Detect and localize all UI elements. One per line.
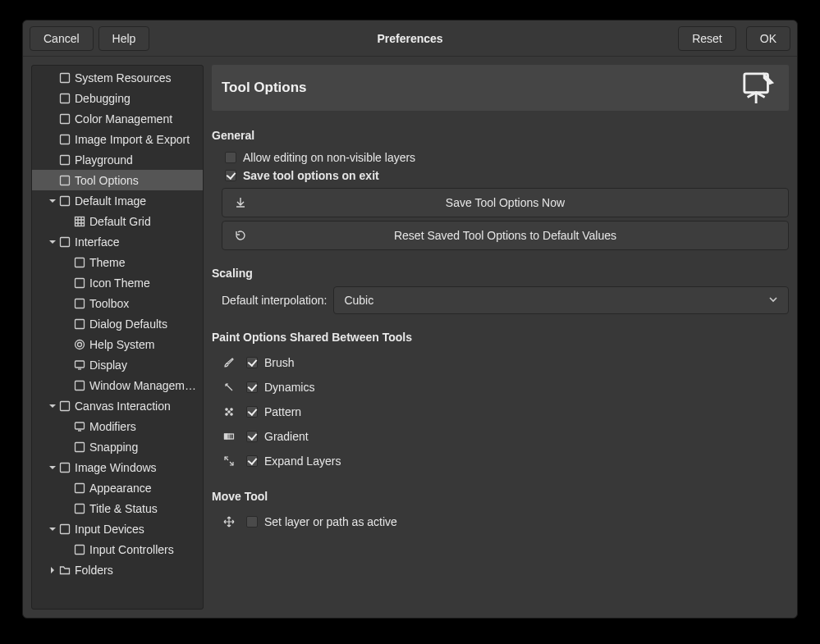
save-on-exit-checkbox[interactable]: Save tool options on exit (212, 167, 789, 185)
cancel-button[interactable]: Cancel (30, 26, 94, 51)
tree-item-label: Snapping (89, 441, 138, 454)
spacer (62, 298, 73, 309)
spacer (62, 380, 73, 391)
tree-item-image-windows[interactable]: Image Windows (32, 457, 203, 477)
preferences-tree[interactable]: System ResourcesDebuggingColor Managemen… (31, 65, 204, 610)
paint-option-gradient: Gradient (212, 424, 789, 449)
tree-item-help-system[interactable]: Help System (32, 334, 203, 354)
tree-item-label: Color Management (75, 112, 172, 126)
tree-item-title-status[interactable]: Title & Status (32, 498, 203, 518)
section-title-move: Move Tool (212, 490, 789, 503)
snap-icon (73, 441, 86, 454)
tree-item-snapping[interactable]: Snapping (32, 436, 203, 457)
tree-item-label: Icon Theme (89, 276, 150, 290)
tree-item-tool-options[interactable]: Tool Options (32, 170, 203, 190)
paint-option-checkbox-gradient[interactable]: Gradient (246, 427, 309, 445)
save-tool-options-now-button[interactable]: Save Tool Options Now (222, 188, 789, 217)
collapse-icon[interactable] (47, 195, 58, 207)
paint-option-label: Expand Layers (264, 454, 341, 468)
tree-item-color-management[interactable]: Color Management (32, 108, 203, 129)
tree-item-input-controllers[interactable]: Input Controllers (32, 539, 203, 560)
spacer (47, 113, 58, 125)
tree-item-label: Display (89, 359, 127, 372)
tree-item-image-import-export[interactable]: Image Import & Export (32, 129, 203, 149)
collapse-icon[interactable] (47, 462, 58, 473)
tree-item-label: Image Import & Export (75, 133, 190, 146)
tree-item-playground[interactable]: Playground (32, 149, 203, 170)
allow-editing-checkbox[interactable]: Allow editing on non-visible layers (212, 148, 789, 167)
paint-option-checkbox-brush[interactable]: Brush (246, 354, 295, 372)
monitor-icon (73, 359, 86, 372)
paint-option-checkbox-dynamics[interactable]: Dynamics (246, 378, 314, 396)
collapse-icon[interactable] (47, 236, 58, 248)
section-scaling: Scaling Default interpolation: Cubic (212, 262, 789, 314)
tree-item-appearance[interactable]: Appearance (32, 477, 203, 498)
import-icon (58, 133, 71, 146)
tree-item-label: Theme (89, 256, 126, 269)
interpolation-combo[interactable]: Cubic (333, 286, 789, 314)
titlebar: Cancel Help Preferences Reset OK (23, 21, 797, 57)
section-general: General Allow editing on non-visible lay… (212, 124, 789, 250)
tree-item-system-resources[interactable]: System Resources (32, 67, 203, 88)
tree-item-theme[interactable]: Theme (32, 252, 203, 272)
expand-icon[interactable] (47, 564, 58, 576)
ui-icon (58, 235, 71, 249)
tree-item-default-image[interactable]: Default Image (32, 190, 203, 211)
set-active-label: Set layer or path as active (264, 515, 397, 528)
spacer (62, 318, 73, 330)
gradient-icon (222, 429, 236, 444)
paint-option-checkbox-expand-layers[interactable]: Expand Layers (246, 452, 341, 470)
tree-item-display[interactable]: Display (32, 354, 203, 375)
flask-icon (58, 153, 71, 167)
reset-defaults-label: Reset Saved Tool Options to Default Valu… (222, 229, 788, 242)
image-icon (58, 194, 71, 208)
tree-item-debugging[interactable]: Debugging (32, 88, 203, 108)
section-paint-options: Paint Options Shared Between Tools Brush… (212, 326, 789, 473)
reset-tool-options-button[interactable]: Reset Saved Tool Options to Default Valu… (222, 221, 789, 250)
tree-item-canvas-interaction[interactable]: Canvas Interaction (32, 395, 203, 416)
dialog-icon (73, 317, 86, 331)
tree-item-label: Image Windows (75, 461, 157, 474)
collapse-icon[interactable] (47, 523, 58, 535)
title-icon (73, 502, 86, 515)
interpolation-value: Cubic (344, 294, 373, 307)
help-icon (73, 338, 86, 351)
windows-icon (73, 379, 86, 392)
controller-icon (73, 543, 86, 556)
set-active-checkbox[interactable]: Set layer or path as active (246, 513, 397, 531)
paint-option-label: Pattern (264, 405, 301, 418)
paint-option-label: Dynamics (264, 381, 314, 394)
tree-item-folders[interactable]: Folders (32, 560, 203, 580)
save-on-exit-label: Save tool options on exit (243, 169, 379, 182)
tree-item-label: Playground (75, 153, 133, 167)
collapse-icon[interactable] (47, 400, 58, 412)
reset-button[interactable]: Reset (678, 26, 736, 51)
help-button[interactable]: Help (98, 26, 150, 51)
checkbox-icon (225, 152, 236, 163)
checkbox-icon (246, 381, 258, 393)
tree-item-label: Default Grid (89, 215, 151, 228)
tree-item-input-devices[interactable]: Input Devices (32, 518, 203, 539)
tree-item-dialog-defaults[interactable]: Dialog Defaults (32, 313, 203, 334)
paint-option-brush: Brush (212, 350, 789, 375)
page-header: Tool Options (212, 65, 789, 111)
ok-button[interactable]: OK (746, 26, 790, 51)
tree-item-icon-theme[interactable]: Icon Theme (32, 272, 203, 293)
tree-item-default-grid[interactable]: Default Grid (32, 211, 203, 231)
spacer (62, 503, 73, 514)
checkbox-icon (246, 516, 258, 528)
tree-item-interface[interactable]: Interface (32, 231, 203, 252)
tree-item-label: Appearance (89, 482, 152, 495)
tree-item-label: Title & Status (89, 502, 158, 515)
checkbox-icon (246, 431, 258, 442)
paint-option-pattern: Pattern (212, 400, 789, 424)
spacer (62, 277, 73, 289)
tree-item-label: Folders (75, 564, 113, 577)
paint-option-checkbox-pattern[interactable]: Pattern (246, 403, 301, 421)
tree-item-modifiers[interactable]: Modifiers (32, 416, 203, 436)
spacer (47, 175, 58, 186)
tree-item-window-management[interactable]: Window Management (32, 375, 203, 395)
theme-icon (73, 256, 86, 269)
spacer (62, 421, 73, 432)
tree-item-toolbox[interactable]: Toolbox (32, 293, 203, 313)
